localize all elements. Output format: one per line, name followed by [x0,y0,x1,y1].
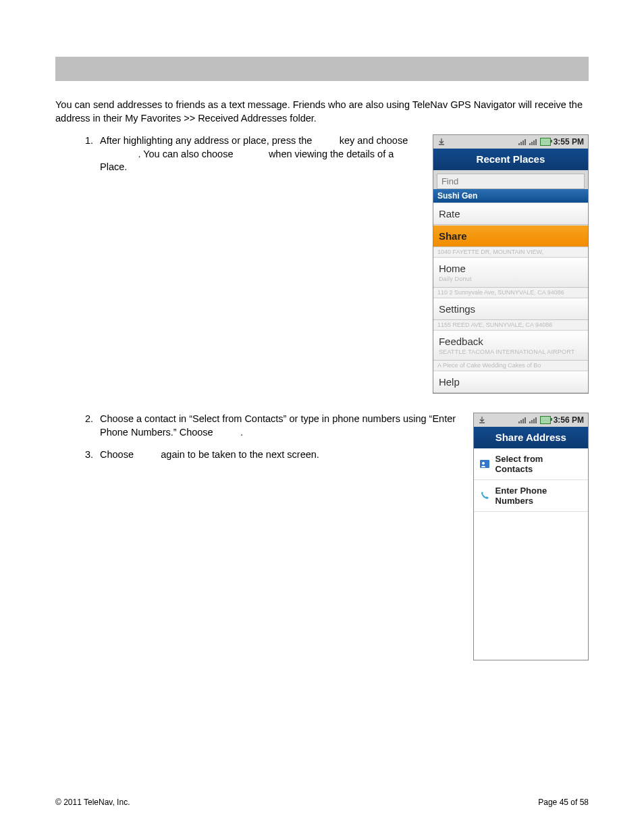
page-footer: © 2011 TeleNav, Inc. Page 45 of 58 [55,798,589,807]
step-text: Choose [100,449,136,460]
menu-label: Home [439,263,466,274]
ghost-text: A Piece of Cake Wedding Cakes of Bo [433,361,588,371]
step-text: . [240,427,243,438]
menu-share[interactable]: Share [433,225,588,247]
step-2: 2. Choose a contact in “Select from Cont… [77,413,457,439]
step-3: 3. Choose again to be taken to the next … [77,448,457,462]
status-time: 3:55 PM [554,137,584,147]
blank-label [236,149,266,159]
phone-icon [479,491,490,500]
page-number: Page 45 of 58 [538,798,589,807]
option-label: Enter Phone Numbers [495,486,583,506]
signal-icon [529,138,537,145]
step-text: . You can also choose [138,149,236,159]
menu-help[interactable]: Help [433,371,588,393]
contacts-icon [479,459,490,469]
ghost-text: 110 2 Sunnyvale Ave, SUNNYVALE, CA 94086 [433,288,588,298]
signal-icon [529,417,537,423]
step-text: key and choose [340,135,408,146]
context-menu: Rate Share 1040 FAYETTE DR, MOUNTAIN VIE… [433,203,588,393]
blank-label [100,149,135,159]
copyright: © 2011 TeleNav, Inc. [55,798,130,807]
step-number: 1. [77,134,100,174]
ghost-text: 1040 FAYETTE DR, MOUNTAIN VIEW, [433,247,588,257]
download-icon [478,416,486,424]
enter-phone-numbers-option[interactable]: Enter Phone Numbers [474,480,588,512]
menu-feedback[interactable]: Feedback SEATTLE TACOMA INTERNATIONAL AI… [433,330,588,361]
battery-icon [540,138,551,146]
step-number: 2. [77,413,100,439]
svg-point-1 [482,462,485,465]
step-list-2: 2. Choose a contact in “Select from Cont… [55,413,457,471]
step-1: 1. After highlighting any address or pla… [77,134,417,174]
ghost-text: SEATTLE TACOMA INTERNATIONAL AIRPORT [439,348,583,355]
step-text: Choose a contact in “Select from Contact… [100,413,456,438]
selected-place-header: Sushi Gen [433,189,588,203]
battery-icon [540,416,551,424]
signal-icon [518,138,527,145]
screen-title: Share Address [474,427,588,448]
step-number: 3. [77,448,100,462]
step-text: again to be taken to the next screen. [161,449,319,460]
screenshot-share-address: 3:56 PM Share Address Select from Contac… [473,413,589,660]
section-1: 1. After highlighting any address or pla… [55,134,589,394]
step-list-1: 1. After highlighting any address or pla… [55,134,417,184]
menu-settings[interactable]: Settings [433,298,588,320]
document-page: You can send addresses to friends as a t… [0,0,644,834]
signal-icon [518,417,527,423]
status-bar: 3:56 PM [474,413,588,427]
ghost-text: 1155 REED AVE, SUNNYVALE, CA 94086 [433,320,588,330]
screenshot-recent-places: 3:55 PM Recent Places Find Sushi Gen Rat… [433,134,589,394]
menu-label: Settings [439,303,475,315]
select-from-contacts-option[interactable]: Select from Contacts [474,448,588,480]
blank-label [216,427,238,438]
status-bar: 3:55 PM [433,135,588,149]
section-2: 2. Choose a contact in “Select from Cont… [55,413,589,660]
intro-paragraph: You can send addresses to friends as a t… [55,99,589,125]
search-input[interactable]: Find [437,174,585,189]
status-time: 3:56 PM [554,415,584,425]
option-label: Select from Contacts [495,454,583,474]
download-icon [437,138,446,146]
blank-label [136,449,158,460]
empty-area [474,512,588,660]
banner-bar [55,57,589,81]
menu-home[interactable]: Home Daily Donut [433,257,588,288]
step-text: After highlighting any address or place,… [100,135,315,146]
ghost-text: Daily Donut [439,276,583,282]
menu-label: Feedback [439,336,483,347]
blank-key [315,135,336,146]
screen-title: Recent Places [433,149,588,170]
menu-rate[interactable]: Rate [433,203,588,225]
